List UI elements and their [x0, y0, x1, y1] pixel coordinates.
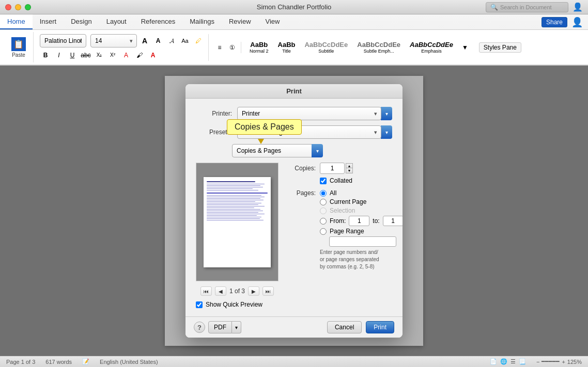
collated-checkbox[interactable]: [320, 178, 327, 184]
grow-font-button[interactable]: A: [139, 35, 150, 46]
bold-button[interactable]: B: [40, 50, 51, 61]
pages-current-row: Current Page: [320, 198, 403, 205]
outline-icon[interactable]: ☰: [510, 358, 516, 365]
copies-down-btn[interactable]: ▼: [346, 168, 353, 173]
font-size-select[interactable]: 14: [90, 34, 137, 47]
pages-range-input[interactable]: [329, 236, 396, 247]
page-nav-controls: ⏮ ◀ 1 of 3 ▶ ⏭: [196, 286, 278, 296]
pages-selection-radio[interactable]: [320, 208, 327, 214]
help-button[interactable]: ?: [194, 322, 205, 333]
tab-home[interactable]: Home: [0, 14, 33, 29]
copies-input[interactable]: [320, 163, 345, 174]
copies-stepper[interactable]: ▲ ▼: [346, 163, 353, 173]
numbering-button[interactable]: ①: [226, 42, 238, 53]
tab-design[interactable]: Design: [64, 14, 99, 29]
font-size-input[interactable]: 14: [90, 34, 137, 47]
zoom-slider[interactable]: ━━━━━: [541, 358, 560, 365]
strikethrough-button[interactable]: abc: [80, 50, 91, 61]
clear-format-button[interactable]: 𝓐: [166, 35, 177, 46]
style-emphasis-preview: AaBbCcDdEe: [410, 41, 453, 49]
style-emphasis[interactable]: AaBbCcDdEe Emphasis: [407, 40, 456, 55]
tab-layout[interactable]: Layout: [99, 14, 134, 29]
preview-line-8: [207, 198, 260, 199]
font-color-button[interactable]: A: [120, 50, 132, 61]
tab-references[interactable]: References: [134, 14, 182, 29]
pages-current-radio[interactable]: [320, 199, 327, 205]
font-color-btn2[interactable]: A: [147, 50, 159, 61]
close-button[interactable]: [5, 4, 11, 10]
zoom-out-icon[interactable]: −: [536, 359, 539, 365]
footer-left: ? PDF ▾: [194, 321, 241, 333]
nav-page-text: 1 of 3: [229, 288, 245, 295]
pages-range-radio[interactable]: [320, 228, 327, 235]
styles-more-button[interactable]: ▼: [459, 42, 471, 53]
paste-button[interactable]: 📋 Paste: [8, 37, 29, 58]
draft-icon[interactable]: 📃: [519, 358, 526, 365]
superscript-button[interactable]: X²: [107, 50, 118, 61]
search-placeholder: Search in Document: [500, 4, 552, 10]
print-button[interactable]: Print: [366, 321, 394, 333]
preview-line-22: [207, 220, 264, 220]
styles-pane-button[interactable]: Styles Pane: [479, 42, 521, 53]
font-name-input[interactable]: Palatino Linot...: [40, 34, 86, 47]
highlight-button[interactable]: 🖊: [193, 35, 204, 46]
font-name-select[interactable]: Palatino Linot...: [40, 34, 86, 47]
printer-select[interactable]: Printer: [237, 107, 381, 120]
style-title[interactable]: AaBb Title: [275, 40, 299, 55]
cancel-button[interactable]: Cancel: [327, 321, 362, 333]
italic-button[interactable]: I: [53, 50, 65, 61]
search-bar[interactable]: 🔍 Search in Document: [486, 2, 568, 12]
style-subtle[interactable]: AaBbCcDdEe Subtle Emph...: [354, 40, 404, 55]
change-case-button[interactable]: Aa: [179, 35, 191, 46]
preview-line-9: [207, 200, 264, 200]
style-subtitle-preview: AaBbCcDdEe: [304, 41, 348, 49]
pages-from-radio[interactable]: [320, 218, 327, 225]
printer-row: Printer: Printer ▾: [196, 107, 392, 120]
pages-from-label: From:: [330, 217, 346, 225]
tab-insert[interactable]: Insert: [33, 14, 64, 29]
zoom-in-icon[interactable]: +: [562, 359, 565, 365]
pages-all-radio[interactable]: [320, 190, 327, 197]
printer-arrow-btn[interactable]: ▾: [381, 107, 392, 120]
print-layout-icon[interactable]: 📄: [490, 358, 497, 365]
style-subtitle[interactable]: AaBbCcDdEe Subtitle: [301, 40, 351, 55]
pages-from-input[interactable]: [349, 216, 369, 226]
style-normal[interactable]: AaBb Normal 2: [246, 40, 272, 55]
printer-select-wrapper[interactable]: Printer: [237, 107, 381, 120]
bullets-button[interactable]: ≡: [214, 42, 225, 53]
shrink-font-button[interactable]: A: [152, 35, 164, 46]
section-arrow-btn[interactable]: ▾: [312, 144, 323, 157]
share-area: Share 👤: [287, 14, 588, 29]
range-hint-text: Enter page numbers and/or page ranges se…: [320, 249, 379, 269]
preview-line-3: [207, 187, 263, 187]
window-controls[interactable]: [5, 4, 31, 10]
show-preview-checkbox[interactable]: [196, 301, 203, 308]
copies-up-btn[interactable]: ▲: [346, 163, 353, 168]
copies-label: Copies:: [285, 165, 316, 172]
nav-first-button[interactable]: ⏮: [200, 286, 212, 296]
pages-current-label: Current Page: [330, 198, 366, 205]
pdf-arrow-button[interactable]: ▾: [232, 321, 241, 333]
text-highlight-button[interactable]: 🖌: [134, 50, 145, 61]
section-select-container[interactable]: Copies & Pages ▾: [232, 144, 323, 157]
underline-button[interactable]: U: [67, 50, 78, 61]
presets-arrow-btn[interactable]: ▾: [381, 125, 392, 139]
pdf-button[interactable]: PDF: [208, 321, 232, 333]
nav-prev-button[interactable]: ◀: [215, 286, 226, 296]
tab-view[interactable]: View: [258, 14, 287, 29]
subscript-button[interactable]: X₂: [94, 50, 105, 61]
nav-next-button[interactable]: ▶: [248, 286, 259, 296]
tab-review[interactable]: Review: [222, 14, 258, 29]
tab-mailings[interactable]: Mailings: [182, 14, 222, 29]
view-icons: 📄 🌐 ☰ 📃: [490, 358, 526, 365]
ribbon-content: 📋 Paste Palatino Linot... 14 A A �: [0, 30, 588, 65]
preview-line-7: [207, 197, 265, 197]
share-button[interactable]: Share: [541, 17, 567, 27]
web-layout-icon[interactable]: 🌐: [500, 358, 507, 365]
maximize-button[interactable]: [25, 4, 31, 10]
pages-to-input[interactable]: [383, 216, 403, 226]
copies-pages-tooltip: Copies & Pages: [227, 119, 302, 135]
nav-last-button[interactable]: ⏭: [262, 286, 274, 296]
section-select-display[interactable]: Copies & Pages: [232, 144, 312, 157]
minimize-button[interactable]: [15, 4, 21, 10]
